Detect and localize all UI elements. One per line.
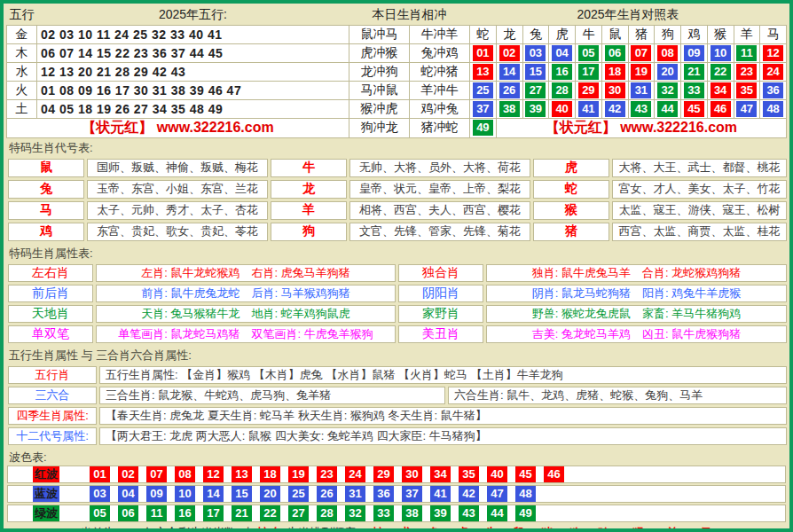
- number-chip: 25: [473, 82, 493, 98]
- combo-text: 【两大君王: 龙虎 两大恶人: 鼠猴 四大美女: 兔蛇羊鸡 四大家臣: 牛马猪狗…: [99, 427, 787, 445]
- zodiac-label: 马: [8, 201, 84, 220]
- number-cell: 07: [628, 43, 655, 62]
- number-cell: 04: [549, 43, 576, 62]
- zodiac-label: 鸡: [8, 223, 84, 241]
- attr-text: 野兽: 猴蛇龙兔虎鼠 家畜: 羊马牛猪狗鸡: [486, 305, 787, 323]
- table-row: 金02 03 10 11 24 25 32 33 40 41鼠冲马牛冲羊蛇龙兔虎…: [7, 25, 787, 43]
- top-reference-table: 五行2025年五行:本日生肖相冲2025年生肖对照表金02 03 10 11 2…: [6, 5, 787, 138]
- number-chip: 40: [487, 466, 507, 482]
- number-chip: 01: [90, 466, 110, 482]
- chong-cell: 猪冲蛇: [410, 118, 470, 137]
- number-chip: 15: [232, 486, 252, 502]
- status-text-segment: 生肖排列顺序:: [284, 525, 363, 532]
- number-chip: 40: [552, 101, 572, 117]
- number-chip: 06: [605, 45, 625, 61]
- wave-row: 蓝波03040910141520252631363741424748: [7, 485, 786, 503]
- number-chip: 12: [203, 466, 224, 482]
- website-link[interactable]: 【状元红】 www.322216.com: [7, 118, 349, 137]
- number-cell: 06: [601, 43, 628, 62]
- wave-label: 蓝波: [33, 486, 59, 502]
- wave-label: 绿波: [33, 505, 59, 521]
- number-chip: 37: [473, 101, 493, 117]
- attrs-section-label: 特码生肖属性表:: [4, 244, 789, 262]
- status-bar: 当前为 2025年六合彩生肖岁数, 本 蛇 年 生肖排列顺序: 1-蛇, 2-龙…: [4, 524, 789, 532]
- table-row: 十二代号属性:【两大君王: 龙虎 两大恶人: 鼠猴 四大美女: 兔蛇羊鸡 四大家…: [8, 427, 787, 445]
- number-cell: 08: [655, 43, 681, 62]
- table-row: 兔玉帝、东宫、小姐、东宫、兰花龙皇帝、状元、皇帝、上帝、梨花蛇宫女、才人、美女、…: [8, 180, 787, 199]
- number-chip: 09: [684, 45, 704, 61]
- number-chip: 28: [317, 505, 337, 521]
- number-chip: 24: [763, 64, 783, 80]
- combo-label: 五行肖: [8, 366, 97, 384]
- number-chip: 19: [631, 64, 651, 80]
- number-chip: 48: [763, 101, 783, 117]
- number-chip: 20: [657, 64, 678, 80]
- number-cell: 09: [681, 43, 708, 62]
- number-chip: 38: [402, 505, 422, 521]
- zodiac-header: 猴: [707, 25, 734, 43]
- number-cell: 38: [496, 99, 522, 118]
- code-names: 无帅、大将、员外、大将、荷花: [349, 159, 530, 177]
- number-cell: 14: [496, 62, 522, 81]
- table-row: 水12 13 20 21 28 29 42 43龙冲狗蛇冲猪1314151617…: [7, 62, 787, 81]
- code-names: 文官、先锋、管家、先锋、菊花: [349, 223, 530, 241]
- chong-cell: 羊冲牛: [410, 81, 470, 99]
- number-chip: 34: [430, 466, 451, 482]
- number-cell: 23: [734, 62, 760, 81]
- number-chip: 31: [631, 82, 651, 98]
- number-cell: 17: [576, 62, 602, 81]
- table-row: 三六合三合生肖: 鼠龙猴、牛蛇鸡、虎马狗、兔羊猪六合生肖: 鼠牛、龙鸡、虎猪、蛇…: [8, 387, 787, 404]
- number-chip: 03: [90, 486, 110, 502]
- status-text-segment: 2025: [118, 526, 144, 532]
- table-row: 左右肖左肖: 鼠牛龙蛇猴鸡 右肖: 虎兔马羊狗猪独合肖独肖: 鼠牛虎兔马羊 合肖…: [8, 264, 787, 282]
- combo-section-label: 五行生肖属性 与 三合肖六合肖属性:: [4, 346, 789, 364]
- number-chip: 49: [473, 120, 493, 136]
- number-chip: 20: [260, 486, 280, 502]
- zodiac-label: 蛇: [533, 180, 609, 199]
- number-cell: 41: [576, 99, 602, 118]
- number-chip: 43: [459, 505, 479, 521]
- number-chip: 10: [175, 486, 195, 502]
- number-cell: 20: [655, 62, 681, 81]
- status-text-segment: 蛇 年: [257, 525, 284, 532]
- table-row: 天地肖天肖: 兔马猴猪牛龙 地肖: 蛇羊鸡狗鼠虎家野肖野兽: 猴蛇龙兔虎鼠 家畜…: [8, 305, 787, 323]
- number-cell: 35: [734, 81, 760, 99]
- code-names: 宫女、才人、美女、太子、竹花: [612, 180, 787, 199]
- number-chip: 01: [473, 45, 493, 61]
- number-cell: 34: [707, 81, 734, 99]
- wuxing-title: 2025年五行:: [37, 5, 349, 25]
- number-chip: 18: [260, 466, 280, 482]
- zodiac-header: 蛇: [470, 25, 497, 43]
- code-names: 太子、元帅、秀才、太子、杏花: [87, 201, 268, 220]
- number-cell: 22: [707, 62, 734, 81]
- number-chip: 31: [345, 486, 365, 502]
- number-chip: 14: [203, 486, 224, 502]
- chong-cell: 狗冲龙: [349, 118, 410, 137]
- element-label: 水: [7, 62, 37, 81]
- number-chip: 05: [90, 505, 110, 521]
- zodiac-header: 龙: [496, 25, 522, 43]
- number-chip: 45: [684, 101, 704, 117]
- website-link[interactable]: 【状元红】 www.322216.com: [496, 118, 786, 137]
- number-cell: 46: [707, 99, 734, 118]
- wave-label: 红波: [33, 466, 59, 482]
- attr-text: 单笔画肖: 鼠龙蛇马鸡猪 双笔画肖: 牛虎兔羊猴狗: [96, 325, 396, 343]
- attr-label: 单双笔: [8, 325, 93, 343]
- number-cell: 29: [576, 81, 602, 99]
- number-chip: 27: [525, 82, 546, 98]
- number-chip: 29: [578, 82, 599, 98]
- zodiac-header: 牛: [576, 25, 602, 43]
- attr-label: 天地肖: [8, 305, 93, 323]
- codes-section-label: 特码生肖代号表:: [4, 138, 789, 156]
- table-row: 【状元红】 www.322216.com狗冲龙猪冲蛇49【状元红】 www.32…: [7, 118, 787, 137]
- number-chip: 02: [499, 45, 520, 61]
- zodiac-header: 马: [760, 25, 787, 43]
- number-cell: 21: [681, 62, 708, 81]
- zodiac-label: 龙: [271, 180, 347, 199]
- table-row: 马太子、元帅、秀才、太子、杏花羊相将、西宫、夫人、西宫、樱花猴太监、寇王、游侠、…: [8, 201, 787, 220]
- attr-text: 独肖: 鼠牛虎兔马羊 合肖: 龙蛇猴鸡狗猪: [486, 264, 787, 282]
- wave-color-table: 红波0102070812131819232429303435404546蓝波03…: [4, 466, 789, 522]
- number-chip: 18: [605, 64, 625, 80]
- number-chip: 12: [763, 45, 783, 61]
- combo-label: 十二代号属性:: [8, 427, 97, 445]
